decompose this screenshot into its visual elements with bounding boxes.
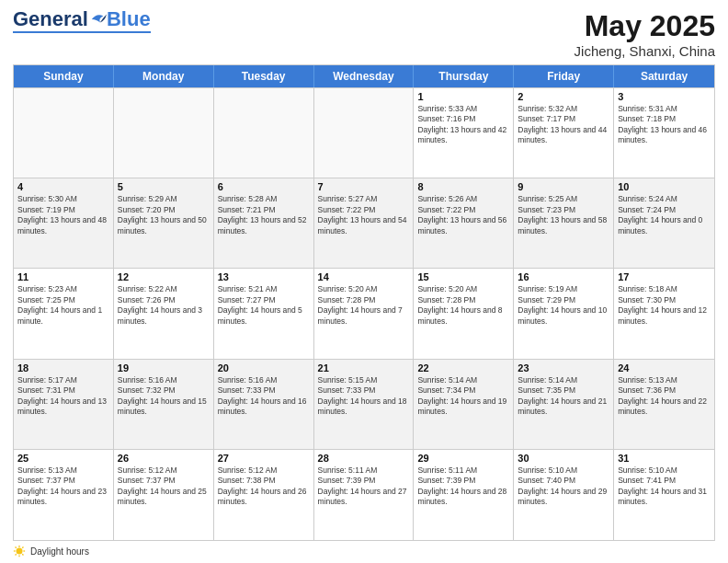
calendar-cell: 5Sunrise: 5:29 AM Sunset: 7:20 PM Daylig…	[114, 178, 214, 268]
logo-text: General Blue	[13, 9, 151, 29]
day-number: 15	[417, 271, 509, 282]
calendar-header: Sunday Monday Tuesday Wednesday Thursday…	[14, 65, 714, 87]
day-detail: Sunrise: 5:20 AM Sunset: 7:28 PM Dayligh…	[318, 284, 410, 327]
day-detail: Sunrise: 5:24 AM Sunset: 7:24 PM Dayligh…	[618, 194, 711, 236]
day-number: 25	[17, 453, 109, 464]
day-number: 9	[518, 181, 609, 192]
calendar-cell: 16Sunrise: 5:19 AM Sunset: 7:29 PM Dayli…	[514, 269, 614, 358]
day-detail: Sunrise: 5:10 AM Sunset: 7:41 PM Dayligh…	[618, 465, 711, 508]
calendar-cell	[14, 88, 114, 178]
day-number: 31	[618, 453, 711, 464]
calendar-cell	[114, 88, 214, 178]
logo: General Blue	[13, 9, 151, 33]
day-number: 11	[17, 271, 109, 282]
day-detail: Sunrise: 5:27 AM Sunset: 7:22 PM Dayligh…	[318, 194, 410, 236]
calendar-row-1: 1Sunrise: 5:33 AM Sunset: 7:16 PM Daylig…	[14, 88, 714, 178]
calendar-cell: 2Sunrise: 5:32 AM Sunset: 7:17 PM Daylig…	[514, 88, 614, 178]
day-number: 13	[218, 271, 310, 282]
calendar-cell: 6Sunrise: 5:28 AM Sunset: 7:21 PM Daylig…	[214, 178, 314, 268]
logo-underline	[13, 31, 151, 33]
calendar-cell: 27Sunrise: 5:12 AM Sunset: 7:38 PM Dayli…	[214, 450, 314, 540]
day-number: 29	[417, 453, 509, 464]
day-detail: Sunrise: 5:29 AM Sunset: 7:20 PM Dayligh…	[118, 194, 210, 236]
day-detail: Sunrise: 5:28 AM Sunset: 7:21 PM Dayligh…	[218, 194, 310, 236]
day-number: 16	[518, 271, 609, 282]
title-block: May 2025 Jicheng, Shanxi, China	[574, 9, 715, 59]
day-detail: Sunrise: 5:20 AM Sunset: 7:28 PM Dayligh…	[417, 284, 509, 327]
day-detail: Sunrise: 5:21 AM Sunset: 7:27 PM Dayligh…	[218, 284, 310, 327]
day-number: 23	[518, 362, 609, 373]
day-detail: Sunrise: 5:30 AM Sunset: 7:19 PM Dayligh…	[17, 194, 109, 236]
day-detail: Sunrise: 5:14 AM Sunset: 7:35 PM Dayligh…	[518, 375, 609, 418]
header-monday: Monday	[114, 65, 214, 87]
header-wednesday: Wednesday	[314, 65, 415, 87]
day-number: 22	[417, 362, 509, 373]
logo-general: General	[13, 9, 88, 29]
day-number: 3	[618, 91, 711, 102]
calendar-cell: 7Sunrise: 5:27 AM Sunset: 7:22 PM Daylig…	[314, 178, 415, 268]
day-number: 14	[318, 271, 410, 282]
calendar-cell: 17Sunrise: 5:18 AM Sunset: 7:30 PM Dayli…	[614, 269, 714, 358]
calendar-cell: 22Sunrise: 5:14 AM Sunset: 7:34 PM Dayli…	[414, 360, 514, 449]
day-number: 24	[618, 362, 711, 373]
footer-legend-label: Daylight hours	[30, 546, 89, 557]
day-detail: Sunrise: 5:23 AM Sunset: 7:25 PM Dayligh…	[17, 284, 109, 327]
day-detail: Sunrise: 5:13 AM Sunset: 7:36 PM Dayligh…	[618, 375, 711, 418]
calendar-cell: 14Sunrise: 5:20 AM Sunset: 7:28 PM Dayli…	[314, 269, 415, 358]
calendar-cell: 21Sunrise: 5:15 AM Sunset: 7:33 PM Dayli…	[314, 360, 415, 449]
calendar-row-3: 11Sunrise: 5:23 AM Sunset: 7:25 PM Dayli…	[14, 269, 714, 359]
day-number: 7	[318, 181, 410, 192]
day-detail: Sunrise: 5:16 AM Sunset: 7:33 PM Dayligh…	[218, 375, 310, 418]
calendar-cell: 15Sunrise: 5:20 AM Sunset: 7:28 PM Dayli…	[414, 269, 514, 358]
calendar-cell: 18Sunrise: 5:17 AM Sunset: 7:31 PM Dayli…	[14, 360, 114, 449]
calendar-cell: 31Sunrise: 5:10 AM Sunset: 7:41 PM Dayli…	[614, 450, 714, 540]
day-detail: Sunrise: 5:12 AM Sunset: 7:37 PM Dayligh…	[118, 465, 210, 508]
calendar-row-4: 18Sunrise: 5:17 AM Sunset: 7:31 PM Dayli…	[14, 360, 714, 450]
calendar-cell: 1Sunrise: 5:33 AM Sunset: 7:16 PM Daylig…	[414, 88, 514, 178]
day-detail: Sunrise: 5:13 AM Sunset: 7:37 PM Dayligh…	[17, 465, 109, 508]
calendar: Sunday Monday Tuesday Wednesday Thursday…	[13, 64, 715, 541]
calendar-cell: 3Sunrise: 5:31 AM Sunset: 7:18 PM Daylig…	[614, 88, 714, 178]
calendar-cell: 23Sunrise: 5:14 AM Sunset: 7:35 PM Dayli…	[514, 360, 614, 449]
calendar-cell: 9Sunrise: 5:25 AM Sunset: 7:23 PM Daylig…	[514, 178, 614, 268]
svg-line-7	[22, 547, 23, 548]
calendar-cell: 10Sunrise: 5:24 AM Sunset: 7:24 PM Dayli…	[614, 178, 714, 268]
calendar-cell: 30Sunrise: 5:10 AM Sunset: 7:40 PM Dayli…	[514, 450, 614, 540]
day-number: 6	[218, 181, 310, 192]
day-number: 2	[518, 91, 609, 102]
day-number: 4	[17, 181, 109, 192]
day-number: 26	[118, 453, 210, 464]
day-number: 1	[417, 91, 509, 102]
day-number: 5	[118, 181, 210, 192]
day-number: 18	[17, 362, 109, 373]
calendar-cell: 25Sunrise: 5:13 AM Sunset: 7:37 PM Dayli…	[14, 450, 114, 540]
day-number: 28	[318, 453, 410, 464]
footer: Daylight hours	[13, 545, 715, 557]
location: Jicheng, Shanxi, China	[574, 43, 715, 59]
day-detail: Sunrise: 5:33 AM Sunset: 7:16 PM Dayligh…	[417, 104, 509, 146]
sun-icon	[13, 545, 26, 557]
header: General Blue May 2025 Jicheng, Shanxi, C…	[13, 9, 715, 59]
day-detail: Sunrise: 5:11 AM Sunset: 7:39 PM Dayligh…	[417, 465, 509, 508]
calendar-cell: 19Sunrise: 5:16 AM Sunset: 7:32 PM Dayli…	[114, 360, 214, 449]
logo-bird-icon	[90, 11, 107, 28]
calendar-cell: 11Sunrise: 5:23 AM Sunset: 7:25 PM Dayli…	[14, 269, 114, 358]
day-number: 12	[118, 271, 210, 282]
day-number: 19	[118, 362, 210, 373]
day-detail: Sunrise: 5:26 AM Sunset: 7:22 PM Dayligh…	[417, 194, 509, 236]
day-detail: Sunrise: 5:18 AM Sunset: 7:30 PM Dayligh…	[618, 284, 711, 327]
calendar-cell: 28Sunrise: 5:11 AM Sunset: 7:39 PM Dayli…	[314, 450, 415, 540]
day-detail: Sunrise: 5:10 AM Sunset: 7:40 PM Dayligh…	[518, 465, 609, 508]
svg-line-5	[16, 547, 17, 548]
calendar-body: 1Sunrise: 5:33 AM Sunset: 7:16 PM Daylig…	[14, 87, 714, 540]
month-year: May 2025	[574, 9, 715, 43]
day-detail: Sunrise: 5:25 AM Sunset: 7:23 PM Dayligh…	[518, 194, 609, 236]
day-number: 10	[618, 181, 711, 192]
day-number: 30	[518, 453, 609, 464]
calendar-cell: 24Sunrise: 5:13 AM Sunset: 7:36 PM Dayli…	[614, 360, 714, 449]
day-detail: Sunrise: 5:19 AM Sunset: 7:29 PM Dayligh…	[518, 284, 609, 327]
calendar-cell: 13Sunrise: 5:21 AM Sunset: 7:27 PM Dayli…	[214, 269, 314, 358]
day-number: 27	[218, 453, 310, 464]
calendar-cell: 8Sunrise: 5:26 AM Sunset: 7:22 PM Daylig…	[414, 178, 514, 268]
calendar-cell	[314, 88, 415, 178]
